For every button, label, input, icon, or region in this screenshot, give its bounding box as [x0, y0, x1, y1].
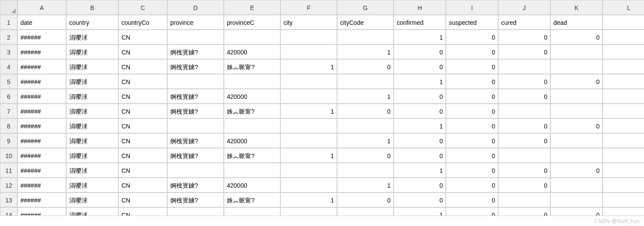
cell-1-K[interactable]: dead — [550, 15, 603, 30]
cell-13-E[interactable]: 姝︽眽甯? — [224, 192, 280, 207]
cell-2-H[interactable]: 1 — [394, 30, 446, 44]
column-header-K[interactable]: K — [550, 0, 603, 15]
cell-5-G[interactable] — [337, 74, 394, 89]
cell-9-C[interactable]: CN — [118, 133, 167, 148]
cell-3-C[interactable]: CN — [118, 44, 167, 59]
cell-11-A[interactable]: ###### — [17, 163, 66, 178]
cell-4-A[interactable]: ###### — [17, 59, 66, 74]
row-header-13[interactable]: 13 — [0, 192, 17, 207]
cell-13-D[interactable]: 婀栧寳鐪? — [167, 192, 224, 207]
cell-7-A[interactable]: ###### — [17, 104, 66, 118]
cell-5-D[interactable] — [167, 74, 224, 89]
cell-10-G[interactable]: 0 — [337, 148, 394, 163]
cell-9-H[interactable]: 0 — [394, 133, 446, 148]
cell-14-L[interactable] — [603, 207, 644, 216]
cell-4-E[interactable]: 姝︽眽甯? — [224, 59, 280, 74]
cell-3-D[interactable]: 婀栧寳鐪? — [167, 44, 224, 59]
cell-12-C[interactable]: CN — [118, 178, 167, 192]
cell-11-F[interactable] — [280, 163, 337, 178]
cell-9-B[interactable]: 涓嘤浗 — [66, 133, 118, 148]
cell-9-A[interactable]: ###### — [17, 133, 66, 148]
cell-4-F[interactable]: 1 — [280, 59, 337, 74]
cell-12-D[interactable]: 婀栧寳鐪? — [167, 178, 224, 192]
cell-4-I[interactable]: 0 — [446, 59, 498, 74]
cell-4-L[interactable] — [603, 59, 644, 74]
cell-5-C[interactable]: CN — [118, 74, 167, 89]
cell-14-B[interactable]: 涓嘤浗 — [66, 207, 118, 216]
cell-12-A[interactable]: ###### — [17, 178, 66, 192]
cell-2-F[interactable] — [280, 30, 337, 44]
cell-1-A[interactable]: date — [17, 15, 66, 30]
cell-1-G[interactable]: cityCode — [337, 15, 394, 30]
row-header-3[interactable]: 3 — [0, 44, 17, 59]
cell-13-F[interactable]: 1 — [280, 192, 337, 207]
cell-3-F[interactable] — [280, 44, 337, 59]
cell-5-F[interactable] — [280, 74, 337, 89]
column-header-C[interactable]: C — [118, 0, 167, 15]
cell-3-K[interactable] — [550, 44, 603, 59]
cell-6-C[interactable]: CN — [118, 89, 167, 104]
cell-7-I[interactable]: 0 — [446, 104, 498, 118]
cell-14-F[interactable] — [280, 207, 337, 216]
cell-7-K[interactable] — [550, 104, 603, 118]
cell-3-G[interactable]: 1 — [337, 44, 394, 59]
cell-4-D[interactable]: 婀栧寳鐪? — [167, 59, 224, 74]
cell-10-F[interactable]: 1 — [280, 148, 337, 163]
cell-10-H[interactable]: 0 — [394, 148, 446, 163]
cell-12-H[interactable]: 0 — [394, 178, 446, 192]
cell-6-L[interactable] — [603, 89, 644, 104]
cell-9-F[interactable] — [280, 133, 337, 148]
column-header-B[interactable]: B — [66, 0, 118, 15]
spreadsheet-grid[interactable]: ABCDEFGHIJKL1datecountrycountryCoprovinc… — [0, 0, 644, 216]
cell-13-H[interactable]: 0 — [394, 192, 446, 207]
cell-12-L[interactable] — [603, 178, 644, 192]
cell-14-G[interactable] — [337, 207, 394, 216]
cell-13-L[interactable] — [603, 192, 644, 207]
cell-1-D[interactable]: province — [167, 15, 224, 30]
cell-7-H[interactable]: 0 — [394, 104, 446, 118]
cell-14-J[interactable]: 0 — [498, 207, 550, 216]
column-header-L[interactable]: L — [603, 0, 644, 15]
cell-14-K[interactable]: 0 — [550, 207, 603, 216]
cell-1-I[interactable]: suspected — [446, 15, 498, 30]
cell-6-A[interactable]: ###### — [17, 89, 66, 104]
cell-11-K[interactable]: 0 — [550, 163, 603, 178]
cell-1-F[interactable]: city — [280, 15, 337, 30]
cell-6-F[interactable] — [280, 89, 337, 104]
column-header-E[interactable]: E — [224, 0, 280, 15]
cell-5-L[interactable] — [603, 74, 644, 89]
select-all-corner[interactable] — [0, 0, 17, 15]
cell-5-H[interactable]: 1 — [394, 74, 446, 89]
cell-13-K[interactable] — [550, 192, 603, 207]
cell-13-C[interactable]: CN — [118, 192, 167, 207]
cell-2-G[interactable] — [337, 30, 394, 44]
cell-9-L[interactable] — [603, 133, 644, 148]
cell-13-G[interactable]: 0 — [337, 192, 394, 207]
cell-8-A[interactable]: ###### — [17, 118, 66, 133]
cell-11-E[interactable] — [224, 163, 280, 178]
cell-9-D[interactable]: 婀栧寳鐪? — [167, 133, 224, 148]
cell-4-J[interactable] — [498, 59, 550, 74]
cell-7-G[interactable]: 0 — [337, 104, 394, 118]
cell-1-E[interactable]: provinceC — [224, 15, 280, 30]
cell-10-L[interactable] — [603, 148, 644, 163]
cell-7-J[interactable] — [498, 104, 550, 118]
cell-3-I[interactable]: 0 — [446, 44, 498, 59]
cell-3-L[interactable] — [603, 44, 644, 59]
cell-1-B[interactable]: country — [66, 15, 118, 30]
row-header-6[interactable]: 6 — [0, 89, 17, 104]
cell-3-E[interactable]: 420000 — [224, 44, 280, 59]
cell-8-K[interactable]: 0 — [550, 118, 603, 133]
cell-9-K[interactable] — [550, 133, 603, 148]
cell-7-D[interactable]: 婀栧寳鐪? — [167, 104, 224, 118]
row-header-14[interactable]: 14 — [0, 207, 17, 216]
cell-6-I[interactable]: 0 — [446, 89, 498, 104]
cell-8-H[interactable]: 1 — [394, 118, 446, 133]
cell-12-K[interactable] — [550, 178, 603, 192]
cell-9-J[interactable]: 0 — [498, 133, 550, 148]
cell-14-I[interactable]: 0 — [446, 207, 498, 216]
row-header-12[interactable]: 12 — [0, 178, 17, 192]
cell-1-H[interactable]: confirmed — [394, 15, 446, 30]
row-header-1[interactable]: 1 — [0, 15, 17, 30]
cell-10-D[interactable]: 婀栧寳鐪? — [167, 148, 224, 163]
